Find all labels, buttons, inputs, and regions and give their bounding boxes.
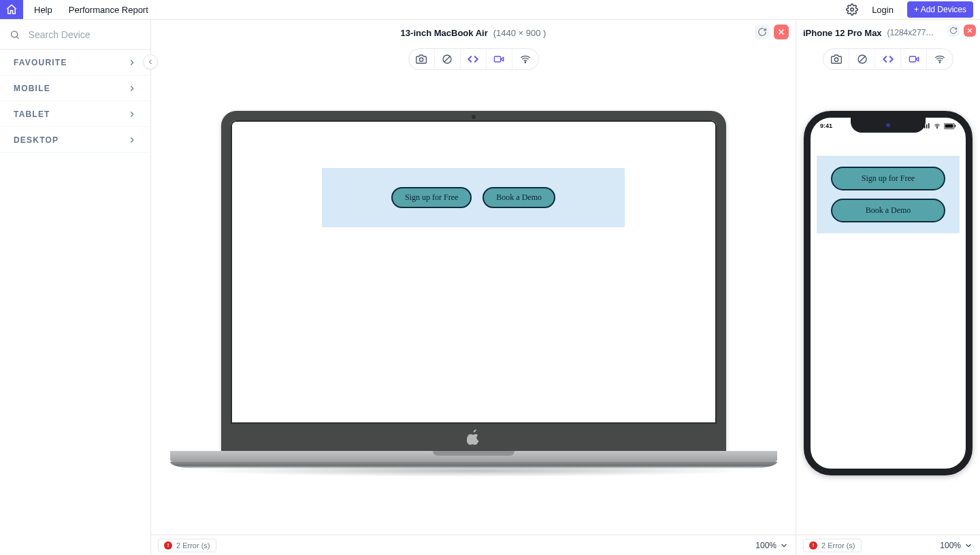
header-actions xyxy=(947,24,976,37)
refresh-icon xyxy=(757,27,767,37)
book-demo-button[interactable]: Book a Demo xyxy=(483,187,555,208)
toolbar-inner xyxy=(408,48,539,70)
sidebar-group-favourite[interactable]: FAVOURITE xyxy=(0,50,150,75)
device-name: 13-inch MacBook Air xyxy=(401,28,488,38)
chevron-right-icon xyxy=(127,110,137,119)
wifi-icon xyxy=(520,54,531,65)
settings-button[interactable] xyxy=(846,3,858,16)
screenshot-button[interactable] xyxy=(409,49,435,69)
chevron-right-icon xyxy=(127,135,137,145)
sidebar-group-label: TABLET xyxy=(14,110,50,119)
wifi-icon xyxy=(933,123,941,129)
svg-rect-16 xyxy=(909,56,915,62)
sidebar-group-mobile[interactable]: MOBILE xyxy=(0,75,150,101)
remove-device-button[interactable] xyxy=(774,24,789,39)
svg-point-1 xyxy=(12,31,18,37)
remove-device-button[interactable] xyxy=(964,24,976,37)
zoom-value: 100% xyxy=(755,541,777,550)
search-icon xyxy=(10,29,20,41)
sidebar-group-tablet[interactable]: TABLET xyxy=(0,101,150,127)
device-canvas-iphone: 9:41 Sign up for Free Book a Demo xyxy=(796,70,980,555)
signup-button[interactable]: Sign up for Free xyxy=(391,187,472,208)
error-count: 2 Error (s) xyxy=(821,541,855,550)
record-button[interactable] xyxy=(487,49,512,69)
refresh-device-button[interactable] xyxy=(755,24,770,39)
wifi-icon xyxy=(934,54,945,65)
refresh-device-button[interactable] xyxy=(947,24,960,37)
camera-icon xyxy=(831,54,842,65)
svg-rect-21 xyxy=(926,124,928,129)
laptop-foot xyxy=(170,462,777,469)
svg-point-23 xyxy=(936,127,937,128)
devtools-button[interactable] xyxy=(875,49,901,69)
performance-report-link[interactable]: Performance Report xyxy=(69,5,148,15)
search-row xyxy=(0,20,150,50)
zoom-selector[interactable]: 100% xyxy=(755,541,789,550)
refresh-icon xyxy=(949,27,958,35)
svg-rect-25 xyxy=(945,124,953,127)
screenshot-button[interactable] xyxy=(823,49,849,69)
laptop-frame: Sign up for Free Book a Demo xyxy=(167,111,780,477)
devtools-button[interactable] xyxy=(461,49,487,69)
device-canvas-macbook: Sign up for Free Book a Demo xyxy=(151,70,796,555)
camera-icon xyxy=(416,54,427,65)
svg-rect-26 xyxy=(955,124,956,127)
main-area: FAVOURITE MOBILE TABLET DESKTOP 13-inch … xyxy=(0,20,980,555)
svg-point-13 xyxy=(834,58,838,61)
sidebar-group-label: MOBILE xyxy=(14,84,50,93)
svg-line-15 xyxy=(860,56,865,62)
laptop-base xyxy=(170,451,777,462)
svg-rect-19 xyxy=(922,127,924,129)
signup-button[interactable]: Sign up for Free xyxy=(831,167,945,190)
svg-rect-20 xyxy=(924,125,926,129)
pane-footer-iphone: ! 2 Error (s) 100% xyxy=(796,535,980,555)
phone-body: 9:41 Sign up for Free Book a Demo xyxy=(804,111,973,475)
error-dot-icon: ! xyxy=(809,541,817,550)
header-actions xyxy=(755,24,789,39)
top-right-actions: Login + Add Devices xyxy=(846,0,980,19)
device-toolbar-macbook xyxy=(151,48,796,70)
error-chip[interactable]: ! 2 Error (s) xyxy=(803,539,862,552)
device-dimensions: (1440 × 900 ) xyxy=(493,28,546,38)
error-chip[interactable]: ! 2 Error (s) xyxy=(158,539,216,552)
book-demo-button[interactable]: Book a Demo xyxy=(831,199,945,222)
video-icon xyxy=(909,54,919,65)
svg-line-2 xyxy=(17,37,19,39)
toolbar-inner xyxy=(823,48,953,70)
close-icon xyxy=(966,27,973,34)
device-sidebar: FAVOURITE MOBILE TABLET DESKTOP xyxy=(0,20,151,555)
webcam-dot xyxy=(472,115,476,119)
signal-icon xyxy=(922,123,930,129)
login-link[interactable]: Login xyxy=(872,5,894,15)
network-button[interactable] xyxy=(927,49,953,69)
chevron-down-icon xyxy=(964,541,973,550)
code-icon xyxy=(467,53,479,65)
video-icon xyxy=(493,54,504,65)
status-indicators xyxy=(922,123,956,129)
record-button[interactable] xyxy=(901,49,927,69)
code-icon xyxy=(882,53,894,65)
preview-panel-iphone: Sign up for Free Book a Demo xyxy=(817,156,960,233)
add-devices-button[interactable]: + Add Devices xyxy=(907,1,973,18)
help-link[interactable]: Help xyxy=(34,5,52,15)
svg-line-7 xyxy=(444,56,450,62)
device-toolbar-iphone xyxy=(796,48,980,70)
rotate-button[interactable] xyxy=(435,49,461,69)
rotate-button[interactable] xyxy=(849,49,875,69)
network-button[interactable] xyxy=(512,49,538,69)
preview-panel-macbook: Sign up for Free Book a Demo xyxy=(322,168,625,227)
phone-frame: 9:41 Sign up for Free Book a Demo xyxy=(804,111,973,475)
no-rotate-icon xyxy=(442,54,453,65)
sidebar-group-desktop[interactable]: DESKTOP xyxy=(0,127,150,153)
device-dimensions: (1284x277… xyxy=(887,28,934,37)
search-input[interactable] xyxy=(27,29,141,41)
chevron-down-icon xyxy=(779,541,789,550)
zoom-selector[interactable]: 100% xyxy=(940,541,973,550)
svg-point-10 xyxy=(525,62,525,63)
svg-point-5 xyxy=(419,58,423,61)
svg-rect-8 xyxy=(494,56,500,62)
close-icon xyxy=(777,28,785,36)
pane-header-macbook: 13-inch MacBook Air (1440 × 900 ) xyxy=(151,20,796,46)
pane-header-iphone: iPhone 12 Pro Max (1284x277… xyxy=(796,20,980,46)
home-button[interactable] xyxy=(0,0,23,19)
